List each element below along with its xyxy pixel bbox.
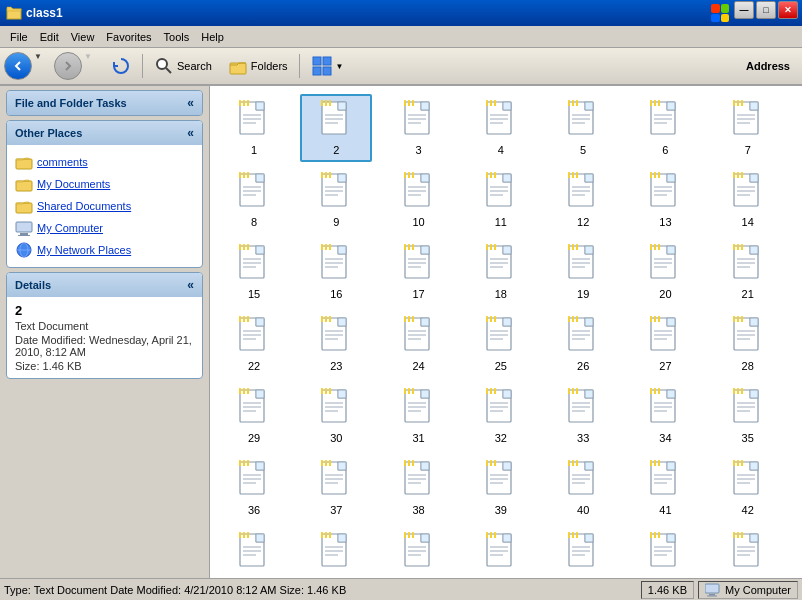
file-item-3[interactable]: 3 <box>383 94 455 162</box>
file-item-9[interactable]: 9 <box>300 166 372 234</box>
file-item-8[interactable]: 8 <box>218 166 290 234</box>
file-folder-tasks-header[interactable]: File and Folder Tasks « <box>7 91 202 115</box>
file-item-25[interactable]: 25 <box>465 310 537 378</box>
file-item-46[interactable]: 46 <box>465 526 537 578</box>
file-item-34[interactable]: 34 <box>629 382 701 450</box>
file-folder-tasks-collapse[interactable]: « <box>187 96 194 110</box>
file-item-38[interactable]: 38 <box>383 454 455 522</box>
file-item-37[interactable]: 37 <box>300 454 372 522</box>
close-button[interactable]: ✕ <box>778 1 798 19</box>
file-item-21[interactable]: 21 <box>712 238 784 306</box>
file-label-1: 1 <box>251 144 257 156</box>
file-item-17[interactable]: 17 <box>383 238 455 306</box>
file-item-45[interactable]: 45 <box>383 526 455 578</box>
minimize-button[interactable]: — <box>734 1 754 19</box>
sidebar-link-my-computer[interactable]: My Computer <box>11 217 198 239</box>
sidebar-link-comments[interactable]: comments <box>11 151 198 173</box>
status-location-panel: My Computer <box>698 581 798 599</box>
folders-button[interactable]: Folders <box>221 52 295 80</box>
file-item-23[interactable]: 23 <box>300 310 372 378</box>
menu-favorites[interactable]: Favorites <box>100 29 157 45</box>
file-item-5[interactable]: 5 <box>547 94 619 162</box>
details-collapse[interactable]: « <box>187 278 194 292</box>
sidebar-link-shared-documents[interactable]: Shared Documents <box>11 195 198 217</box>
svg-rect-243 <box>239 388 241 394</box>
svg-rect-205 <box>412 316 414 322</box>
file-icon-38 <box>401 460 437 502</box>
menu-help[interactable]: Help <box>195 29 230 45</box>
forward-dropdown[interactable]: ▼ <box>84 52 102 80</box>
svg-rect-330 <box>585 462 593 470</box>
sidebar-link-my-documents[interactable]: My Documents <box>11 173 198 195</box>
file-item-19[interactable]: 19 <box>547 238 619 306</box>
file-item-14[interactable]: 14 <box>712 166 784 234</box>
file-item-48[interactable]: 48 <box>629 526 701 578</box>
file-item-20[interactable]: 20 <box>629 238 701 306</box>
file-item-27[interactable]: 27 <box>629 310 701 378</box>
file-item-10[interactable]: 10 <box>383 166 455 234</box>
file-item-24[interactable]: 24 <box>383 310 455 378</box>
file-item-1[interactable]: 1 <box>218 94 290 162</box>
file-item-43[interactable]: 43 <box>218 526 290 578</box>
sidebar-link-my-network-places[interactable]: My Network Places <box>11 239 198 261</box>
svg-rect-405 <box>741 532 743 538</box>
file-item-7[interactable]: 7 <box>712 94 784 162</box>
file-item-12[interactable]: 12 <box>547 166 619 234</box>
file-item-16[interactable]: 16 <box>300 238 372 306</box>
file-item-28[interactable]: 28 <box>712 310 784 378</box>
svg-rect-234 <box>750 318 758 326</box>
svg-rect-149 <box>412 244 414 250</box>
details-content: 2 Text Document Date Modified: Wednesday… <box>7 297 202 378</box>
svg-rect-346 <box>750 462 758 470</box>
other-places-header[interactable]: Other Places « <box>7 121 202 145</box>
menu-file[interactable]: File <box>4 29 34 45</box>
file-item-44[interactable]: 44 <box>300 526 372 578</box>
svg-rect-114 <box>667 174 675 182</box>
file-label-32: 32 <box>495 432 507 444</box>
svg-rect-402 <box>750 534 758 542</box>
back-button[interactable] <box>4 52 32 80</box>
svg-rect-90 <box>421 174 429 182</box>
file-item-11[interactable]: 11 <box>465 166 537 234</box>
file-item-4[interactable]: 4 <box>465 94 537 162</box>
sidebar-item-comments: comments <box>37 156 88 168</box>
svg-rect-277 <box>576 388 578 394</box>
details-header[interactable]: Details « <box>7 273 202 297</box>
file-item-6[interactable]: 6 <box>629 94 701 162</box>
file-item-30[interactable]: 30 <box>300 382 372 450</box>
refresh-button[interactable] <box>104 52 138 80</box>
back-dropdown[interactable]: ▼ <box>34 52 52 80</box>
forward-button[interactable] <box>54 52 82 80</box>
file-item-22[interactable]: 22 <box>218 310 290 378</box>
file-item-40[interactable]: 40 <box>547 454 619 522</box>
file-item-32[interactable]: 32 <box>465 382 537 450</box>
other-places-collapse[interactable]: « <box>187 126 194 140</box>
file-item-47[interactable]: 47 <box>547 526 619 578</box>
menu-edit[interactable]: Edit <box>34 29 65 45</box>
file-item-31[interactable]: 31 <box>383 382 455 450</box>
file-icon-15 <box>236 244 272 286</box>
file-area[interactable]: 1 2 3 4 <box>210 86 802 578</box>
file-item-15[interactable]: 15 <box>218 238 290 306</box>
search-button[interactable]: Search <box>147 52 219 80</box>
file-item-39[interactable]: 39 <box>465 454 537 522</box>
svg-rect-323 <box>486 460 488 466</box>
file-item-18[interactable]: 18 <box>465 238 537 306</box>
file-item-35[interactable]: 35 <box>712 382 784 450</box>
file-item-36[interactable]: 36 <box>218 454 290 522</box>
file-item-41[interactable]: 41 <box>629 454 701 522</box>
file-item-2[interactable]: 2 <box>300 94 372 162</box>
file-label-44: 44 <box>330 576 342 578</box>
menu-tools[interactable]: Tools <box>158 29 196 45</box>
maximize-button[interactable]: □ <box>756 1 776 19</box>
file-item-49[interactable]: 49 <box>712 526 784 578</box>
menu-view[interactable]: View <box>65 29 101 45</box>
folders-icon <box>228 56 248 76</box>
file-icon-24 <box>401 316 437 358</box>
file-item-26[interactable]: 26 <box>547 310 619 378</box>
view-button[interactable]: ▼ <box>304 52 351 80</box>
file-item-13[interactable]: 13 <box>629 166 701 234</box>
file-item-29[interactable]: 29 <box>218 382 290 450</box>
file-item-42[interactable]: 42 <box>712 454 784 522</box>
file-item-33[interactable]: 33 <box>547 382 619 450</box>
